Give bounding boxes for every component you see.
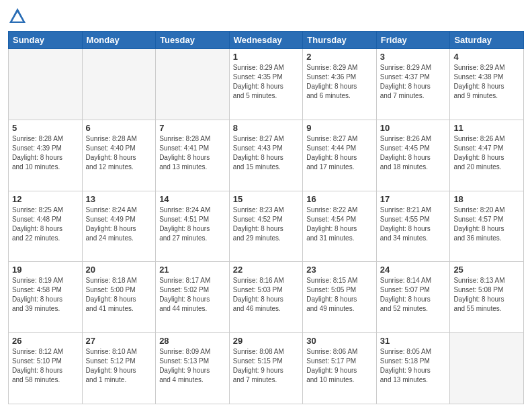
day-number: 11	[453, 123, 520, 133]
day-number: 4	[453, 52, 520, 62]
day-number: 8	[233, 123, 300, 133]
day-cell: 9Sunrise: 8:27 AM Sunset: 4:44 PM Daylig…	[303, 120, 377, 191]
day-info: Sunrise: 8:14 AM Sunset: 5:07 PM Dayligh…	[380, 276, 447, 314]
day-cell: 10Sunrise: 8:26 AM Sunset: 4:45 PM Dayli…	[376, 120, 450, 191]
day-info: Sunrise: 8:21 AM Sunset: 4:55 PM Dayligh…	[380, 205, 447, 243]
page: SundayMondayTuesdayWednesdayThursdayFrid…	[0, 0, 532, 411]
week-row-3: 12Sunrise: 8:25 AM Sunset: 4:48 PM Dayli…	[9, 191, 524, 262]
day-cell	[450, 333, 524, 404]
day-number: 10	[380, 123, 447, 133]
day-number: 17	[380, 194, 447, 204]
day-info: Sunrise: 8:28 AM Sunset: 4:41 PM Dayligh…	[159, 134, 226, 172]
weekday-header-tuesday: Tuesday	[156, 32, 230, 49]
day-info: Sunrise: 8:25 AM Sunset: 4:48 PM Dayligh…	[12, 205, 79, 243]
day-cell: 28Sunrise: 8:09 AM Sunset: 5:13 PM Dayli…	[156, 333, 230, 404]
day-cell: 11Sunrise: 8:26 AM Sunset: 4:47 PM Dayli…	[450, 120, 524, 191]
day-cell: 4Sunrise: 8:29 AM Sunset: 4:38 PM Daylig…	[450, 49, 524, 120]
day-cell: 13Sunrise: 8:24 AM Sunset: 4:49 PM Dayli…	[82, 191, 156, 262]
day-number: 28	[159, 336, 226, 346]
day-cell: 5Sunrise: 8:28 AM Sunset: 4:39 PM Daylig…	[9, 120, 83, 191]
day-info: Sunrise: 8:19 AM Sunset: 4:58 PM Dayligh…	[12, 276, 79, 314]
day-cell	[82, 49, 156, 120]
week-row-2: 5Sunrise: 8:28 AM Sunset: 4:39 PM Daylig…	[9, 120, 524, 191]
day-cell: 22Sunrise: 8:16 AM Sunset: 5:03 PM Dayli…	[229, 262, 303, 333]
day-info: Sunrise: 8:23 AM Sunset: 4:52 PM Dayligh…	[233, 205, 300, 243]
day-number: 29	[233, 336, 300, 346]
day-info: Sunrise: 8:24 AM Sunset: 4:51 PM Dayligh…	[159, 205, 226, 243]
day-cell: 26Sunrise: 8:12 AM Sunset: 5:10 PM Dayli…	[9, 333, 83, 404]
day-cell: 16Sunrise: 8:22 AM Sunset: 4:54 PM Dayli…	[303, 191, 377, 262]
day-number: 26	[12, 336, 79, 346]
day-info: Sunrise: 8:06 AM Sunset: 5:17 PM Dayligh…	[306, 347, 373, 385]
week-row-5: 26Sunrise: 8:12 AM Sunset: 5:10 PM Dayli…	[9, 333, 524, 404]
logo-icon	[8, 7, 27, 26]
weekday-header-row: SundayMondayTuesdayWednesdayThursdayFrid…	[9, 32, 524, 49]
day-cell: 24Sunrise: 8:14 AM Sunset: 5:07 PM Dayli…	[376, 262, 450, 333]
day-info: Sunrise: 8:05 AM Sunset: 5:18 PM Dayligh…	[380, 347, 447, 385]
day-info: Sunrise: 8:29 AM Sunset: 4:37 PM Dayligh…	[380, 63, 447, 101]
day-number: 7	[159, 123, 226, 133]
day-cell: 15Sunrise: 8:23 AM Sunset: 4:52 PM Dayli…	[229, 191, 303, 262]
day-cell: 27Sunrise: 8:10 AM Sunset: 5:12 PM Dayli…	[82, 333, 156, 404]
day-info: Sunrise: 8:28 AM Sunset: 4:40 PM Dayligh…	[86, 134, 152, 172]
day-info: Sunrise: 8:16 AM Sunset: 5:03 PM Dayligh…	[233, 276, 300, 314]
day-number: 24	[380, 265, 447, 275]
day-number: 16	[306, 194, 373, 204]
day-number: 3	[380, 52, 447, 62]
day-number: 30	[306, 336, 373, 346]
day-info: Sunrise: 8:09 AM Sunset: 5:13 PM Dayligh…	[159, 347, 226, 385]
day-cell: 20Sunrise: 8:18 AM Sunset: 5:00 PM Dayli…	[82, 262, 156, 333]
day-number: 13	[86, 194, 152, 204]
weekday-header-sunday: Sunday	[9, 32, 83, 49]
day-cell: 29Sunrise: 8:08 AM Sunset: 5:15 PM Dayli…	[229, 333, 303, 404]
day-cell: 31Sunrise: 8:05 AM Sunset: 5:18 PM Dayli…	[376, 333, 450, 404]
day-number: 6	[86, 123, 152, 133]
day-info: Sunrise: 8:26 AM Sunset: 4:47 PM Dayligh…	[453, 134, 520, 172]
day-info: Sunrise: 8:27 AM Sunset: 4:44 PM Dayligh…	[306, 134, 373, 172]
day-number: 22	[233, 265, 300, 275]
day-info: Sunrise: 8:18 AM Sunset: 5:00 PM Dayligh…	[86, 276, 152, 314]
day-info: Sunrise: 8:27 AM Sunset: 4:43 PM Dayligh…	[233, 134, 300, 172]
day-number: 27	[86, 336, 152, 346]
weekday-header-friday: Friday	[376, 32, 450, 49]
day-cell: 14Sunrise: 8:24 AM Sunset: 4:51 PM Dayli…	[156, 191, 230, 262]
day-number: 20	[86, 265, 152, 275]
day-cell: 17Sunrise: 8:21 AM Sunset: 4:55 PM Dayli…	[376, 191, 450, 262]
day-cell: 30Sunrise: 8:06 AM Sunset: 5:17 PM Dayli…	[303, 333, 377, 404]
logo	[8, 7, 30, 26]
day-info: Sunrise: 8:08 AM Sunset: 5:15 PM Dayligh…	[233, 347, 300, 385]
day-info: Sunrise: 8:29 AM Sunset: 4:35 PM Dayligh…	[233, 63, 300, 101]
day-number: 5	[12, 123, 79, 133]
day-number: 15	[233, 194, 300, 204]
calendar: SundayMondayTuesdayWednesdayThursdayFrid…	[8, 31, 524, 404]
day-info: Sunrise: 8:12 AM Sunset: 5:10 PM Dayligh…	[12, 347, 79, 385]
day-cell: 23Sunrise: 8:15 AM Sunset: 5:05 PM Dayli…	[303, 262, 377, 333]
week-row-1: 1Sunrise: 8:29 AM Sunset: 4:35 PM Daylig…	[9, 49, 524, 120]
day-info: Sunrise: 8:24 AM Sunset: 4:49 PM Dayligh…	[86, 205, 152, 243]
day-number: 25	[453, 265, 520, 275]
day-cell	[9, 49, 83, 120]
day-info: Sunrise: 8:20 AM Sunset: 4:57 PM Dayligh…	[453, 205, 520, 243]
day-info: Sunrise: 8:26 AM Sunset: 4:45 PM Dayligh…	[380, 134, 447, 172]
day-info: Sunrise: 8:17 AM Sunset: 5:02 PM Dayligh…	[159, 276, 226, 314]
day-cell: 25Sunrise: 8:13 AM Sunset: 5:08 PM Dayli…	[450, 262, 524, 333]
day-cell: 1Sunrise: 8:29 AM Sunset: 4:35 PM Daylig…	[229, 49, 303, 120]
weekday-header-monday: Monday	[82, 32, 156, 49]
day-number: 12	[12, 194, 79, 204]
day-number: 21	[159, 265, 226, 275]
day-cell: 12Sunrise: 8:25 AM Sunset: 4:48 PM Dayli…	[9, 191, 83, 262]
weekday-header-saturday: Saturday	[450, 32, 524, 49]
weekday-header-wednesday: Wednesday	[229, 32, 303, 49]
day-cell: 8Sunrise: 8:27 AM Sunset: 4:43 PM Daylig…	[229, 120, 303, 191]
day-info: Sunrise: 8:13 AM Sunset: 5:08 PM Dayligh…	[453, 276, 520, 314]
day-number: 1	[233, 52, 300, 62]
day-cell: 18Sunrise: 8:20 AM Sunset: 4:57 PM Dayli…	[450, 191, 524, 262]
day-info: Sunrise: 8:22 AM Sunset: 4:54 PM Dayligh…	[306, 205, 373, 243]
day-number: 31	[380, 336, 447, 346]
day-cell: 21Sunrise: 8:17 AM Sunset: 5:02 PM Dayli…	[156, 262, 230, 333]
day-info: Sunrise: 8:28 AM Sunset: 4:39 PM Dayligh…	[12, 134, 79, 172]
day-number: 18	[453, 194, 520, 204]
day-cell: 6Sunrise: 8:28 AM Sunset: 4:40 PM Daylig…	[82, 120, 156, 191]
day-number: 9	[306, 123, 373, 133]
day-info: Sunrise: 8:29 AM Sunset: 4:38 PM Dayligh…	[453, 63, 520, 101]
